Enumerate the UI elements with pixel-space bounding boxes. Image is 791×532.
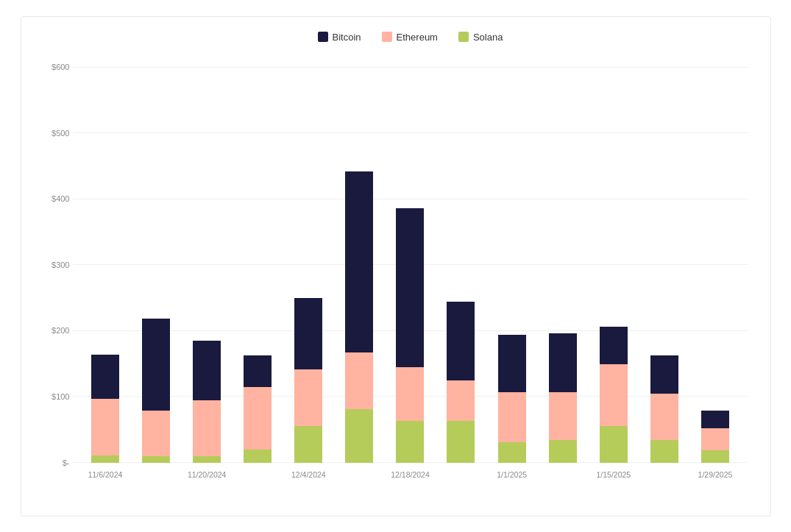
bar-segment-ethereum — [193, 400, 221, 457]
x-label — [334, 470, 385, 479]
y-tick-label: $200 — [38, 326, 70, 335]
legend-item-ethereum: Ethereum — [382, 32, 438, 43]
x-label — [537, 470, 588, 479]
bar-group — [345, 171, 373, 462]
bar-group — [244, 355, 272, 462]
y-tick-label: $500 — [38, 129, 70, 138]
bar-segment-solana — [396, 421, 424, 462]
legend-label-bitcoin: Bitcoin — [333, 32, 361, 43]
bar-group — [396, 208, 424, 462]
bar-segment-bitcoin — [600, 327, 628, 365]
y-tick-label: $- — [38, 458, 70, 467]
bar-segment-ethereum — [549, 392, 577, 440]
y-tick-label: $600 — [38, 63, 70, 71]
bar-group — [650, 355, 678, 463]
bar-group — [193, 341, 221, 462]
bar-segment-ethereum — [142, 411, 170, 457]
bar-segment-ethereum — [498, 392, 526, 443]
bar-segment-solana — [294, 426, 322, 463]
x-label: 1/15/2025 — [588, 470, 639, 479]
bar-segment-ethereum — [91, 399, 119, 455]
bar-segment-solana — [549, 440, 577, 463]
bar-segment-bitcoin — [294, 298, 322, 369]
bar-segment-solana — [650, 440, 678, 463]
bar-group — [142, 319, 170, 463]
bar-segment-ethereum — [447, 380, 475, 421]
bar-segment-ethereum — [600, 364, 628, 425]
bar-segment-bitcoin — [447, 302, 475, 380]
y-tick-label: $300 — [38, 260, 70, 269]
bar-segment-bitcoin — [549, 333, 577, 393]
bar-segment-bitcoin — [345, 171, 373, 352]
bar-group — [701, 411, 729, 463]
bar-segment-solana — [701, 450, 729, 462]
legend-label-solana: Solana — [473, 32, 503, 43]
bar-segment-ethereum — [650, 394, 678, 440]
bar-group — [600, 327, 628, 463]
x-label: 12/18/2024 — [385, 470, 436, 479]
bar-segment-bitcoin — [701, 411, 729, 428]
x-label: 11/6/2024 — [80, 470, 131, 479]
bar-segment-solana — [498, 442, 526, 462]
bar-group — [447, 302, 475, 463]
bar-segment-solana — [142, 456, 170, 462]
x-label — [233, 470, 283, 479]
bar-segment-solana — [447, 421, 475, 462]
bar-segment-ethereum — [396, 367, 424, 421]
bar-group — [498, 335, 526, 462]
bar-group — [91, 355, 119, 463]
bar-segment-solana — [244, 450, 272, 463]
chart-legend: BitcoinEthereumSolana — [73, 32, 748, 43]
x-labels: 11/6/202411/20/202412/4/202412/18/20241/… — [73, 466, 748, 479]
y-tick-label: $400 — [38, 194, 70, 203]
x-label — [436, 470, 486, 479]
legend-label-ethereum: Ethereum — [397, 32, 438, 43]
bar-segment-ethereum — [345, 352, 373, 409]
bar-segment-solana — [193, 456, 221, 462]
x-label: 1/1/2025 — [486, 470, 537, 479]
bar-segment-bitcoin — [650, 355, 678, 394]
y-tick-label: $100 — [38, 392, 70, 401]
x-label: 12/4/2024 — [283, 470, 334, 479]
bar-segment-bitcoin — [396, 208, 424, 367]
bar-segment-bitcoin — [142, 319, 170, 411]
bar-group — [549, 333, 577, 463]
legend-item-solana: Solana — [458, 32, 503, 43]
chart-container: BitcoinEthereumSolana $-$100$200$300$400… — [21, 16, 771, 517]
x-label — [639, 470, 689, 479]
bar-segment-bitcoin — [91, 355, 119, 399]
legend-color-bitcoin — [318, 32, 328, 42]
legend-color-ethereum — [382, 32, 392, 42]
bar-segment-ethereum — [294, 369, 322, 426]
x-label — [131, 470, 182, 479]
x-label: 11/20/2024 — [182, 470, 233, 479]
bar-segment-bitcoin — [244, 355, 272, 387]
bar-segment-bitcoin — [498, 335, 526, 391]
bar-segment-solana — [600, 426, 628, 463]
bar-segment-ethereum — [701, 428, 729, 451]
chart-area: $-$100$200$300$400$500$600 — [73, 54, 748, 463]
legend-item-bitcoin: Bitcoin — [318, 32, 361, 43]
bar-group — [294, 298, 322, 462]
bar-segment-bitcoin — [193, 341, 221, 400]
bar-segment-solana — [91, 455, 119, 463]
bar-segment-solana — [345, 409, 373, 463]
legend-color-solana — [458, 32, 469, 42]
x-label: 1/29/2025 — [689, 470, 740, 479]
bars-area — [73, 54, 748, 463]
bar-segment-ethereum — [244, 387, 272, 450]
